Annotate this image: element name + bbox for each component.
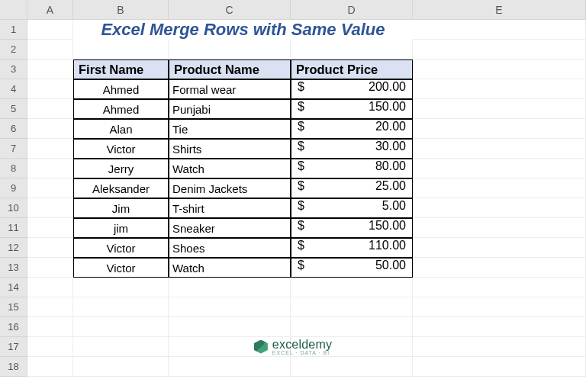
cell-product-price[interactable]: $25.00: [291, 178, 413, 198]
cell[interactable]: [27, 278, 73, 297]
cell-product-price[interactable]: $50.00: [291, 258, 413, 278]
cell-first-name[interactable]: Aleksander: [73, 178, 169, 198]
cell[interactable]: [27, 357, 73, 377]
cell[interactable]: [291, 317, 413, 337]
table-header[interactable]: Product Name: [169, 59, 291, 79]
cell[interactable]: [27, 178, 73, 198]
cell[interactable]: [413, 357, 586, 377]
cell-first-name[interactable]: Jerry: [73, 159, 169, 178]
cell[interactable]: [27, 59, 73, 79]
table-header[interactable]: First Name: [73, 59, 169, 79]
cell[interactable]: [291, 278, 413, 297]
row-header[interactable]: 4: [0, 79, 27, 99]
cell[interactable]: [27, 159, 73, 178]
row-header[interactable]: 9: [0, 178, 27, 198]
cell[interactable]: [73, 297, 169, 317]
col-header-c[interactable]: C: [169, 0, 291, 20]
cell-product-name[interactable]: Watch: [169, 258, 291, 278]
cell[interactable]: [27, 218, 73, 238]
cell-product-name[interactable]: Shoes: [169, 238, 291, 258]
cell[interactable]: [413, 297, 586, 317]
cell-product-name[interactable]: T-shirt: [169, 198, 291, 218]
cell[interactable]: [413, 119, 586, 139]
cell[interactable]: [27, 20, 73, 40]
cell-first-name[interactable]: Victor: [73, 139, 169, 159]
row-header[interactable]: 13: [0, 258, 27, 278]
row-header[interactable]: 2: [0, 40, 27, 59]
cell-product-name[interactable]: Shirts: [169, 139, 291, 159]
row-header[interactable]: 12: [0, 238, 27, 258]
cell[interactable]: [169, 297, 291, 317]
col-header-b[interactable]: B: [73, 0, 169, 20]
cell-first-name[interactable]: Ahmed: [73, 99, 169, 119]
cell[interactable]: [169, 317, 291, 337]
col-header-a[interactable]: A: [27, 0, 73, 20]
cell-product-price[interactable]: $5.00: [291, 198, 413, 218]
cell[interactable]: [291, 357, 413, 377]
cell-product-name[interactable]: Punjabi: [169, 99, 291, 119]
cell[interactable]: [27, 258, 73, 278]
row-header[interactable]: 7: [0, 139, 27, 159]
cell[interactable]: [413, 218, 586, 238]
cell-product-price[interactable]: $150.00: [291, 99, 413, 119]
cell[interactable]: [73, 317, 169, 337]
cell-first-name[interactable]: jim: [73, 218, 169, 238]
row-header[interactable]: 14: [0, 278, 27, 297]
row-header[interactable]: 11: [0, 218, 27, 238]
cell-first-name[interactable]: Alan: [73, 119, 169, 139]
cell-first-name[interactable]: Ahmed: [73, 79, 169, 99]
cell-product-price[interactable]: $30.00: [291, 139, 413, 159]
cell-product-price[interactable]: $110.00: [291, 238, 413, 258]
cell[interactable]: [27, 99, 73, 119]
cell[interactable]: [73, 40, 169, 59]
row-header[interactable]: 6: [0, 119, 27, 139]
cell-product-name[interactable]: Formal wear: [169, 79, 291, 99]
cell[interactable]: [291, 40, 413, 59]
cell[interactable]: [413, 317, 586, 337]
cell[interactable]: [169, 40, 291, 59]
select-all-corner[interactable]: [0, 0, 27, 20]
cell[interactable]: [73, 357, 169, 377]
cell[interactable]: [413, 20, 586, 40]
cell-product-name[interactable]: Denim Jackets: [169, 178, 291, 198]
row-header[interactable]: 8: [0, 159, 27, 178]
cell[interactable]: [413, 139, 586, 159]
cell[interactable]: [27, 198, 73, 218]
cell[interactable]: [413, 198, 586, 218]
cell-first-name[interactable]: Jim: [73, 198, 169, 218]
col-header-d[interactable]: D: [291, 0, 413, 20]
table-header[interactable]: Product Price: [291, 59, 413, 79]
cell[interactable]: [27, 139, 73, 159]
cell[interactable]: [169, 278, 291, 297]
cell[interactable]: [413, 258, 586, 278]
row-header[interactable]: 18: [0, 357, 27, 377]
cell-product-name[interactable]: Sneaker: [169, 218, 291, 238]
cell[interactable]: [413, 238, 586, 258]
col-header-e[interactable]: E: [413, 0, 586, 20]
cell[interactable]: [413, 159, 586, 178]
cell[interactable]: [27, 40, 73, 59]
row-header[interactable]: 10: [0, 198, 27, 218]
row-header[interactable]: 15: [0, 297, 27, 317]
cell-first-name[interactable]: Victor: [73, 258, 169, 278]
row-header[interactable]: 16: [0, 317, 27, 337]
row-header[interactable]: 1: [0, 20, 27, 40]
cell[interactable]: [27, 317, 73, 337]
cell[interactable]: [413, 40, 586, 59]
cell[interactable]: [27, 238, 73, 258]
cell[interactable]: [27, 297, 73, 317]
cell-product-price[interactable]: $150.00: [291, 218, 413, 238]
cell[interactable]: [73, 278, 169, 297]
cell-product-price[interactable]: $80.00: [291, 159, 413, 178]
row-header[interactable]: 5: [0, 99, 27, 119]
cell-product-price[interactable]: $20.00: [291, 119, 413, 139]
cell[interactable]: [413, 278, 586, 297]
cell[interactable]: [413, 178, 586, 198]
cell[interactable]: [27, 79, 73, 99]
cell-product-name[interactable]: Watch: [169, 159, 291, 178]
cell-product-name[interactable]: Tie: [169, 119, 291, 139]
cell[interactable]: [413, 79, 586, 99]
cell[interactable]: [413, 59, 586, 79]
cell[interactable]: [27, 119, 73, 139]
cell-product-price[interactable]: $200.00: [291, 79, 413, 99]
